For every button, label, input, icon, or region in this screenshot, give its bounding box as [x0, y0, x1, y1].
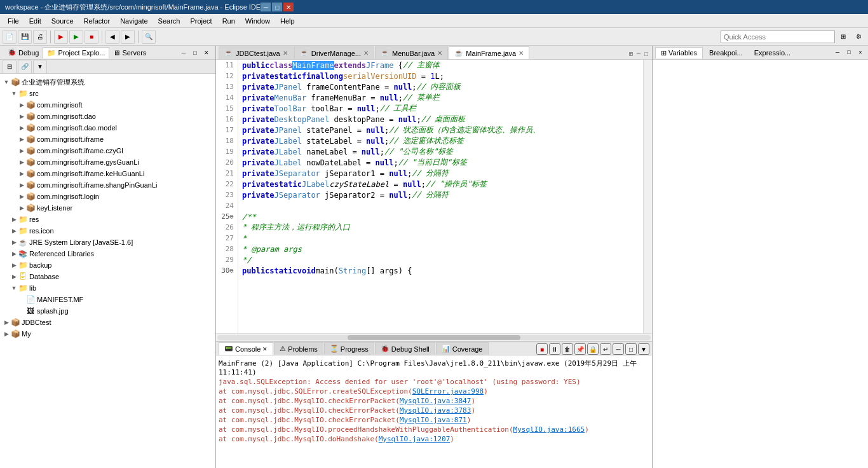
tree-menu-button[interactable]: ▼ [33, 60, 47, 74]
toggle-jre[interactable]: ▶ [10, 239, 18, 245]
menu-source[interactable]: Source [46, 16, 79, 26]
toggle-lib[interactable]: ▼ [10, 285, 18, 291]
toggle-pkg10[interactable]: ▶ [18, 205, 25, 211]
tab-close-jdbctest[interactable]: ✕ [283, 50, 288, 57]
tree-item-src[interactable]: ▼ 📁 src [0, 88, 215, 99]
tab-coverage[interactable]: 📊 Coverage [436, 342, 489, 355]
tab-mainframe-java[interactable]: ☕ MainFrame.java ✕ [449, 46, 529, 59]
right-minimize-button[interactable]: ─ [832, 48, 843, 58]
open-perspective-button[interactable]: ⊞ [836, 30, 850, 44]
quick-access-input[interactable] [721, 31, 835, 43]
toggle-pkg2[interactable]: ▶ [18, 113, 25, 120]
toggle-my[interactable]: ▶ [3, 331, 10, 337]
toggle-pkg1[interactable]: ▶ [18, 102, 25, 108]
save-button[interactable]: 💾 [18, 30, 32, 44]
tab-debug-shell[interactable]: 🐞 Debug Shell [375, 342, 435, 355]
tab-project-explorer[interactable]: 📁 Project Explo... [43, 47, 109, 59]
tab-close-drivermanage[interactable]: ✕ [363, 50, 369, 57]
tree-item-res-icon[interactable]: ▶ 📁 res.icon [0, 225, 215, 237]
console-maximize-button[interactable]: □ [625, 343, 637, 355]
maximize-button[interactable]: □ [272, 3, 282, 11]
menu-window[interactable]: Window [240, 16, 275, 26]
menu-refactor[interactable]: Refactor [79, 16, 116, 26]
pause-console-button[interactable]: ⏸ [549, 343, 560, 355]
right-maximize-button[interactable]: □ [844, 48, 854, 58]
toggle-res[interactable]: ▶ [10, 216, 18, 223]
tree-item-pkg1[interactable]: ▶ 📦 com.mingrisoft [0, 99, 215, 111]
toggle-backup[interactable]: ▶ [10, 262, 18, 268]
tree-item-pkg5[interactable]: ▶ 📦 com.mingrisoft.iframe.czyGl [0, 145, 215, 156]
tree-item-pkg2[interactable]: ▶ 📦 com.mingrisoft.dao [0, 111, 215, 122]
right-close-button[interactable]: ✕ [855, 48, 865, 58]
tree-item-database[interactable]: ▶ 🗄 Database [0, 271, 215, 282]
toggle-ref-libs[interactable]: ▶ [10, 251, 18, 257]
tab-variables[interactable]: ⊞ Variables [655, 47, 703, 59]
tree-item-pkg8[interactable]: ▶ 📦 com.mingrisoft.iframe.shangPinGuanLi [0, 179, 215, 191]
tree-item-jre[interactable]: ▶ ☕ JRE System Library [JavaSE-1.6] [0, 237, 215, 248]
menu-help[interactable]: Help [275, 16, 300, 26]
toggle-pkg3[interactable]: ▶ [18, 125, 25, 131]
print-button[interactable]: 🖨 [33, 30, 47, 44]
search-button[interactable]: 🔍 [142, 30, 156, 44]
prev-button[interactable]: ◀ [105, 30, 119, 44]
tree-item-lib[interactable]: ▼ 📁 lib [0, 282, 215, 294]
toggle-root[interactable]: ▼ [3, 79, 10, 85]
tree-item-my[interactable]: ▶ 📦 My [0, 328, 215, 340]
close-view-button[interactable]: ✕ [201, 48, 212, 58]
tree-item-ref-libs[interactable]: ▶ 📚 Referenced Libraries [0, 248, 215, 259]
tree-item-pkg10[interactable]: ▶ 📦 keyListener [0, 202, 215, 214]
tree-item-splash[interactable]: 🖼 splash.jpg [0, 305, 215, 317]
tree-item-pkg4[interactable]: ▶ 📦 com.mingrisoft.iframe [0, 134, 215, 145]
stop-button[interactable]: ■ [85, 30, 98, 44]
tab-debug[interactable]: 🐞 Debug [4, 47, 43, 58]
minimize-view-button[interactable]: ─ [179, 48, 189, 58]
tab-close-menubar[interactable]: ✕ [437, 50, 442, 57]
next-button[interactable]: ▶ [121, 30, 135, 44]
menu-navigate[interactable]: Navigate [115, 16, 153, 26]
stop-console-button[interactable]: ■ [536, 343, 548, 355]
console-minimize-button[interactable]: ─ [613, 343, 624, 355]
minimize-button[interactable]: ─ [261, 3, 271, 11]
word-wrap-button[interactable]: ↵ [600, 343, 611, 355]
toggle-pkg6[interactable]: ▶ [18, 159, 25, 165]
toggle-pkg8[interactable]: ▶ [18, 182, 25, 188]
toggle-jdbctest[interactable]: ▶ [3, 319, 10, 326]
console-close-icon[interactable]: ✕ [262, 346, 268, 352]
tree-item-backup[interactable]: ▶ 📁 backup [0, 259, 215, 271]
editor-horizontal-scrollbar[interactable] [216, 333, 652, 341]
tab-jdbctest-java[interactable]: ☕ JDBCtest.java ✕ [219, 46, 294, 59]
console-menu-button[interactable]: ▼ [638, 343, 649, 355]
toggle-res-icon[interactable]: ▶ [10, 228, 18, 234]
tab-problems[interactable]: ⚠ Problems [274, 342, 323, 355]
tab-console[interactable]: 📟 Console ✕ [219, 342, 273, 355]
run-button[interactable]: ▶ [69, 30, 83, 44]
tree-item-jdbctest[interactable]: ▶ 📦 JDBCtest [0, 317, 215, 328]
tree-item-pkg6[interactable]: ▶ 📦 com.mingrisoft.iframe.gysGuanLi [0, 156, 215, 168]
link-editor-button[interactable]: 🔗 [18, 60, 32, 74]
toggle-pkg7[interactable]: ▶ [18, 170, 25, 177]
tab-progress[interactable]: ⏳ Progress [324, 342, 374, 355]
maximize-editor-button[interactable]: □ [643, 50, 649, 59]
close-button[interactable]: ✕ [283, 3, 294, 11]
menu-project[interactable]: Project [185, 16, 217, 26]
tree-item-pkg9[interactable]: ▶ 📦 com.mingrisoft.login [0, 191, 215, 202]
customize-perspective-button[interactable]: ⚙ [851, 30, 865, 44]
tab-menubar-java[interactable]: ☕ MenuBar.java ✕ [375, 46, 448, 59]
editor-scrollbar[interactable] [643, 60, 652, 333]
tab-expressions[interactable]: Expressio... [749, 48, 796, 58]
tree-item-root[interactable]: ▼ 📦 企业进销存管理系统 [0, 76, 215, 88]
tree-item-pkg7[interactable]: ▶ 📦 com.mingrisoft.iframe.keHuGuanLi [0, 168, 215, 179]
tab-breakpoints[interactable]: Breakpoi... [704, 48, 748, 58]
scroll-lock-button[interactable]: 🔒 [587, 343, 599, 355]
code-content[interactable]: public class MainFrame extends JFrame {/… [238, 60, 643, 333]
menu-search[interactable]: Search [153, 16, 186, 26]
tree-item-manifest[interactable]: 📄 MANIFEST.MF [0, 294, 215, 305]
tree-item-res[interactable]: ▶ 📁 res [0, 214, 215, 225]
tab-drivermanage[interactable]: ☕ DriverManage... ✕ [294, 46, 374, 59]
tab-menu-button[interactable]: ⊞ [628, 49, 634, 59]
toggle-pkg9[interactable]: ▶ [18, 193, 25, 200]
pin-console-button[interactable]: 📌 [574, 343, 586, 355]
maximize-view-button[interactable]: □ [190, 48, 200, 58]
menu-file[interactable]: File [3, 16, 24, 26]
tab-close-mainframe[interactable]: ✕ [519, 50, 524, 57]
